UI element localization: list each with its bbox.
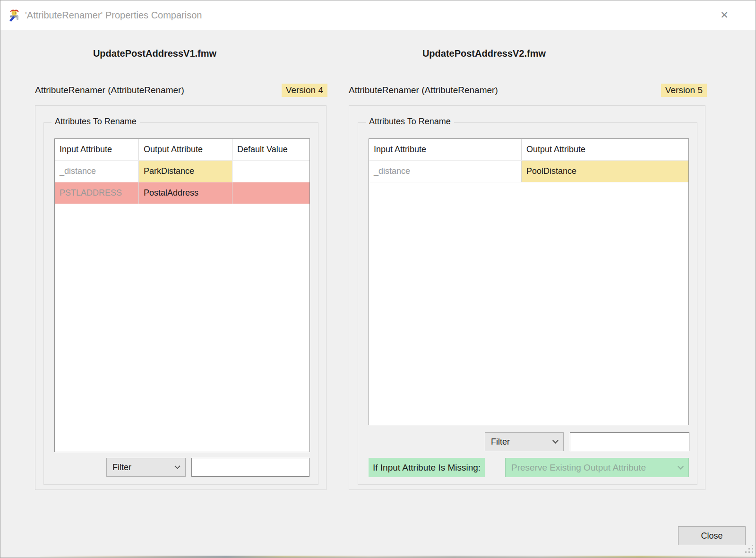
transformer-header: AttributeRenamer (AttributeRenamer) Vers… [349, 83, 707, 98]
filter-input[interactable] [570, 432, 689, 451]
transformer-name: AttributeRenamer (AttributeRenamer) [349, 85, 498, 95]
table-header-row: Input AttributeOutput Attribute [369, 139, 688, 161]
version-badge: Version 5 [661, 84, 707, 97]
table-cell: ParkDistance [139, 161, 232, 182]
filter-dropdown-label: Filter [491, 437, 510, 447]
group-title: Attributes To Rename [52, 117, 140, 127]
transformer-name: AttributeRenamer (AttributeRenamer) [35, 85, 184, 95]
table-row[interactable]: _distanceParkDistance [55, 161, 309, 182]
group-title: Attributes To Rename [366, 117, 454, 127]
column-header: Input Attribute [369, 139, 522, 160]
table-cell: PostalAddress [139, 182, 232, 204]
chevron-down-icon [552, 438, 558, 444]
chevron-down-icon [174, 463, 180, 469]
table-row[interactable]: PSTLADDRESSPostalAddress [55, 182, 309, 204]
missing-attribute-label: If Input Attribute Is Missing: [369, 458, 485, 477]
column-header: Input Attribute [55, 139, 139, 160]
properties-comparison-dialog: 'AttributeRenamer' Properties Comparison… [0, 0, 756, 558]
close-icon[interactable]: ✕ [714, 0, 735, 30]
missing-attribute-value: Preserve Existing Output Attribute [511, 463, 646, 473]
filter-dropdown[interactable]: Filter [485, 432, 564, 451]
table-cell [232, 161, 309, 182]
transformer-icon [7, 8, 21, 22]
column-header: Default Value [232, 139, 309, 160]
close-button[interactable]: Close [678, 526, 746, 545]
table-cell: _distance [369, 161, 522, 182]
workspace-title: UpdatePostAddressV2.fmw [330, 48, 638, 59]
transformer-header: AttributeRenamer (AttributeRenamer) Vers… [35, 83, 327, 98]
attributes-table: Input AttributeOutput AttributeDefault V… [54, 138, 310, 452]
titlebar: 'AttributeRenamer' Properties Comparison… [0, 0, 756, 30]
filter-dropdown-label: Filter [112, 463, 131, 472]
table-cell: PSTLADDRESS [55, 182, 139, 204]
table-cell: PoolDistance [522, 161, 688, 182]
dialog-title: 'AttributeRenamer' Properties Comparison [25, 0, 202, 30]
attributes-group: Attributes To Rename Input AttributeOutp… [43, 122, 318, 485]
filter-input[interactable] [191, 458, 309, 477]
attributes-table: Input AttributeOutput Attribute_distance… [369, 138, 689, 425]
table-header-row: Input AttributeOutput AttributeDefault V… [55, 139, 309, 161]
table-cell [232, 182, 309, 204]
chevron-down-icon [678, 464, 684, 470]
table-cell: _distance [55, 161, 139, 182]
table-row[interactable]: _distancePoolDistance [369, 161, 688, 182]
column-header: Output Attribute [139, 139, 232, 160]
resize-grip[interactable] [745, 545, 755, 554]
left-panel: Attributes To Rename Input AttributeOutp… [35, 105, 326, 490]
column-header: Output Attribute [522, 139, 688, 160]
missing-attribute-dropdown[interactable]: Preserve Existing Output Attribute [505, 458, 689, 477]
filter-dropdown[interactable]: Filter [106, 458, 186, 477]
attributes-group: Attributes To Rename Input AttributeOutp… [358, 122, 697, 485]
transformer-icon-svg [7, 8, 21, 22]
workspace-title: UpdatePostAddressV1.fmw [0, 48, 309, 59]
bottom-edge-strip [40, 556, 755, 558]
right-panel: Attributes To Rename Input AttributeOutp… [349, 105, 705, 490]
version-badge: Version 4 [282, 84, 327, 97]
